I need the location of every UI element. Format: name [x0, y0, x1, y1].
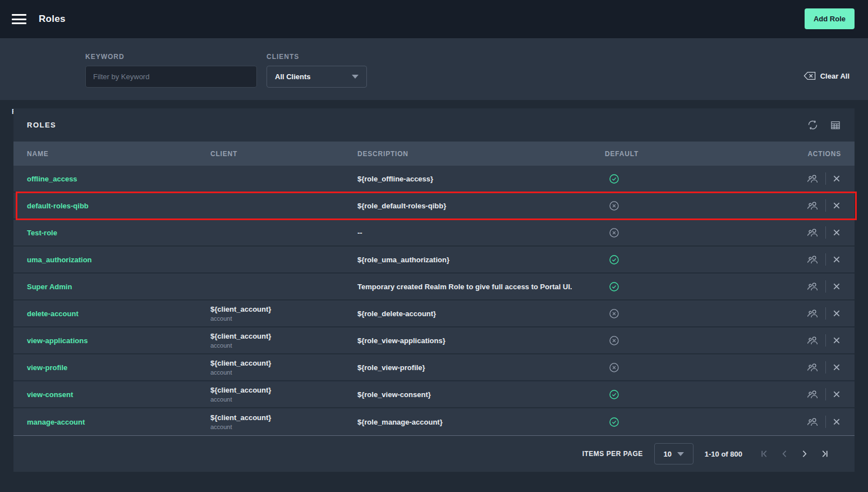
delete-role-icon[interactable]	[832, 255, 841, 264]
assign-users-icon[interactable]	[806, 281, 819, 292]
client-cell	[210, 232, 357, 234]
clients-select[interactable]: All Clients	[267, 66, 367, 88]
default-cross-icon	[609, 308, 619, 319]
page-title: Roles	[39, 13, 66, 25]
items-per-page-value: 10	[664, 450, 672, 458]
delete-role-icon[interactable]	[832, 336, 841, 345]
delete-role-icon[interactable]	[832, 390, 841, 399]
assign-users-icon[interactable]	[806, 200, 819, 211]
role-name-link[interactable]: manage-account	[27, 418, 85, 426]
client-cell: ${client_account} account	[210, 386, 357, 403]
table-row: delete-account ${client_account} account…	[13, 300, 855, 327]
role-name-link[interactable]: view-consent	[27, 390, 73, 399]
filter-bar: FILTER KEYWORD CLIENTS All Clients Clear…	[0, 38, 868, 100]
actions-divider	[825, 172, 826, 185]
delete-role-icon[interactable]	[832, 417, 841, 426]
role-description: ${role_view-applications}	[357, 336, 605, 345]
default-check-icon	[609, 417, 619, 427]
items-per-page-select[interactable]: 10	[654, 443, 694, 464]
default-check-icon	[609, 389, 619, 400]
column-name: NAME	[27, 150, 210, 158]
actions-divider	[825, 334, 826, 347]
actions-divider	[825, 253, 826, 266]
default-check-icon	[609, 281, 619, 292]
clear-backspace-icon	[803, 71, 816, 80]
role-name-link[interactable]: delete-account	[27, 309, 79, 318]
assign-users-icon[interactable]	[806, 389, 819, 400]
table-row: Super Admin Temporary created Realm Role…	[13, 274, 855, 300]
assign-users-icon[interactable]	[806, 416, 819, 427]
assign-users-icon[interactable]	[806, 335, 819, 346]
column-description: DESCRIPTION	[357, 150, 605, 158]
column-actions: ACTIONS	[799, 150, 841, 158]
client-cell	[210, 178, 357, 180]
clients-label: CLIENTS	[267, 53, 367, 61]
actions-divider	[825, 226, 826, 239]
items-per-page-label: ITEMS PER PAGE	[582, 450, 643, 458]
client-cell	[210, 286, 357, 288]
first-page-icon[interactable]	[758, 448, 770, 460]
last-page-icon[interactable]	[819, 448, 831, 460]
role-description: ${role_view-consent}	[357, 390, 605, 399]
role-description: ${role_offline-access}	[357, 175, 605, 183]
clients-select-value: All Clients	[275, 72, 352, 81]
role-description: ${role_manage-account}	[357, 418, 605, 426]
assign-users-icon[interactable]	[806, 362, 819, 373]
actions-divider	[825, 361, 826, 373]
keyword-label: KEYWORD	[85, 53, 257, 61]
role-name-link[interactable]: uma_authorization	[27, 256, 92, 264]
default-cross-icon	[609, 227, 619, 238]
column-default: DEFAULT	[605, 150, 799, 158]
assign-users-icon[interactable]	[806, 173, 819, 184]
next-page-icon[interactable]	[798, 448, 811, 460]
client-cell: ${client_account} account	[210, 332, 357, 349]
actions-divider	[825, 280, 826, 293]
role-name-link[interactable]: default-roles-qibb	[27, 202, 89, 210]
pagination-range: 1-10 of 800	[705, 450, 742, 458]
role-name-link[interactable]: Super Admin	[27, 283, 72, 291]
client-cell: ${client_account} account	[210, 413, 357, 430]
table-body: offline_access ${role_offline-access}	[13, 166, 855, 435]
client-cell	[210, 205, 357, 207]
table-row: view-applications ${client_account} acco…	[13, 327, 855, 354]
role-name-link[interactable]: view-profile	[27, 363, 67, 372]
default-cross-icon	[609, 362, 619, 373]
keyword-input[interactable]	[85, 66, 257, 88]
role-name-link[interactable]: view-applications	[27, 336, 88, 345]
role-name-link[interactable]: Test-role	[27, 229, 57, 237]
add-role-button[interactable]: Add Role	[805, 8, 855, 29]
role-description: Temporary created Realm Role to give ful…	[357, 283, 605, 291]
chevron-down-icon	[677, 452, 684, 456]
role-description: ${role_default-roles-qibb}	[357, 202, 605, 210]
delete-role-icon[interactable]	[832, 228, 841, 237]
delete-role-icon[interactable]	[832, 282, 841, 291]
delete-role-icon[interactable]	[832, 174, 841, 183]
delete-role-icon[interactable]	[832, 363, 841, 372]
refresh-icon[interactable]	[807, 119, 819, 131]
role-description: ${role_uma_authorization}	[357, 256, 605, 264]
table-row: Test-role --	[13, 220, 855, 247]
delete-role-icon[interactable]	[832, 201, 841, 210]
roles-card: ROLES	[13, 108, 855, 472]
assign-users-icon[interactable]	[806, 254, 819, 265]
role-description: ${role_view-profile}	[357, 363, 605, 372]
table-row: default-roles-qibb ${role_default-roles-…	[13, 193, 855, 220]
column-client: CLIENT	[210, 150, 357, 158]
previous-page-icon[interactable]	[778, 448, 791, 460]
role-name-link[interactable]: offline_access	[27, 175, 77, 183]
topbar: Roles Add Role	[0, 0, 868, 38]
table-columns-icon[interactable]	[830, 120, 841, 131]
default-cross-icon	[609, 201, 619, 211]
table-row: offline_access ${role_offline-access}	[13, 166, 855, 193]
assign-users-icon[interactable]	[806, 308, 819, 319]
client-cell: ${client_account} account	[210, 359, 357, 376]
table-row: uma_authorization ${role_uma_authorizati…	[13, 247, 855, 274]
actions-divider	[825, 388, 826, 400]
chevron-down-icon	[352, 75, 359, 79]
clear-all-button[interactable]: Clear All	[803, 71, 849, 80]
actions-divider	[825, 416, 826, 428]
assign-users-icon[interactable]	[806, 227, 819, 238]
delete-role-icon[interactable]	[832, 309, 841, 318]
default-check-icon	[609, 174, 619, 184]
menu-icon[interactable]	[12, 14, 26, 24]
